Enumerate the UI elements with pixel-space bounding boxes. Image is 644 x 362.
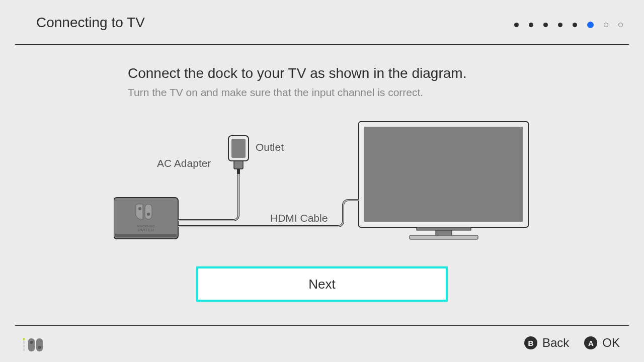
svg-rect-19: [28, 338, 35, 351]
instruction-sub: Turn the TV on and make sure that the in…: [128, 86, 644, 99]
svg-rect-4: [410, 235, 478, 239]
progress-dot: [514, 23, 519, 27]
progress-dot: [558, 23, 562, 27]
progress-dot-current: [587, 22, 594, 28]
svg-rect-6: [115, 234, 177, 237]
svg-rect-2: [417, 227, 471, 230]
a-button-icon: A: [584, 336, 597, 349]
back-label: Back: [542, 336, 569, 350]
svg-point-9: [147, 213, 150, 216]
b-button-icon: B: [524, 336, 537, 349]
next-button[interactable]: Next: [196, 266, 448, 302]
svg-point-20: [30, 341, 33, 344]
back-hint[interactable]: B Back: [524, 336, 569, 350]
svg-rect-17: [23, 345, 25, 347]
button-hints: B Back A OK: [524, 336, 620, 350]
footer: B Back A OK: [15, 325, 629, 362]
progress-dot: [604, 23, 608, 27]
svg-rect-1: [364, 127, 523, 222]
svg-rect-3: [436, 230, 452, 235]
hdmi-cable-label: HDMI Cable: [270, 212, 328, 224]
header: Connecting to TV: [15, 0, 629, 45]
instruction-headline: Connect the dock to your TV as shown in …: [128, 65, 644, 81]
page-title: Connecting to TV: [36, 15, 145, 31]
ok-hint[interactable]: A OK: [584, 336, 620, 350]
connection-diagram: NINTENDO SWITCH AC Adapter Outlet HDMI C…: [114, 121, 531, 246]
progress-dot: [573, 23, 577, 27]
progress-dots: [514, 22, 623, 28]
svg-rect-7: [145, 204, 152, 219]
svg-rect-15: [23, 338, 25, 340]
dock-brand-line2: SWITCH: [137, 228, 154, 232]
svg-rect-18: [23, 348, 25, 351]
progress-dot: [543, 23, 548, 27]
progress-dot: [618, 23, 623, 27]
content: Connect the dock to your TV as shown in …: [0, 65, 644, 99]
next-button-label: Next: [308, 277, 335, 292]
ac-adapter-label: AC Adapter: [157, 157, 211, 169]
outlet-label: Outlet: [256, 141, 284, 153]
svg-rect-21: [36, 338, 43, 351]
ok-label: OK: [602, 336, 620, 350]
svg-point-22: [38, 346, 41, 349]
dock-brand-line1: NINTENDO: [137, 225, 154, 228]
controller-icon: [23, 338, 47, 354]
svg-rect-16: [23, 341, 25, 344]
svg-rect-12: [234, 161, 243, 169]
progress-dot: [529, 23, 533, 27]
svg-point-8: [138, 207, 141, 210]
svg-rect-11: [231, 139, 246, 158]
